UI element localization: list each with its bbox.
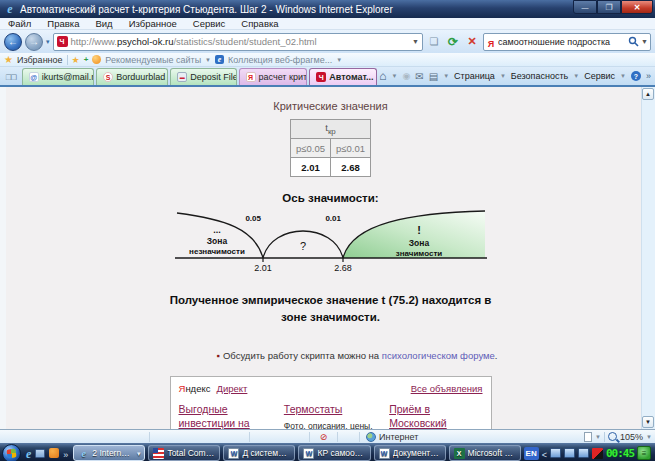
direct-link[interactable]: Директ	[216, 383, 247, 394]
value-001-cell: 2.68	[331, 158, 371, 177]
refresh-icon[interactable]	[445, 34, 461, 50]
quick-launch	[24, 444, 70, 461]
help-icon[interactable]	[631, 71, 641, 81]
favorites-star-icon[interactable]	[4, 54, 13, 65]
search-input[interactable]	[498, 37, 626, 47]
print-icon[interactable]	[429, 71, 438, 82]
depositfiles-tab-icon	[177, 72, 187, 82]
address-dropdown-icon[interactable]	[412, 38, 419, 45]
taskbar-button-total-commander[interactable]: Total Comma...	[148, 445, 220, 461]
tools-menu-button[interactable]: Сервис	[584, 71, 615, 81]
tray-chevron-icon[interactable]	[542, 444, 547, 461]
tab-active-avtomat[interactable]: Автомат...	[309, 68, 377, 85]
quicklaunch-chevron-icon[interactable]	[63, 444, 68, 461]
start-button[interactable]	[2, 444, 21, 461]
excel-icon	[454, 448, 465, 459]
tab-close-icon[interactable]	[377, 73, 378, 82]
ad-title-link[interactable]: Выгодные инвестиции на Forex!	[179, 403, 272, 429]
search-magnifier-icon[interactable]	[628, 36, 639, 47]
language-indicator[interactable]: EN	[524, 447, 539, 460]
tray-calendar-icon[interactable]	[637, 446, 651, 460]
significance-axis-title: Ось значимости:	[164, 192, 498, 204]
protected-mode-page-icon[interactable]	[584, 432, 592, 442]
search-box[interactable]	[483, 33, 651, 51]
tools-dropdown-icon[interactable]	[620, 73, 626, 79]
insignificance-dots: ...	[213, 225, 221, 235]
status-pane	[338, 432, 360, 442]
quicklaunch-ie-icon[interactable]	[26, 444, 31, 461]
back-button[interactable]	[4, 33, 22, 51]
menu-tools[interactable]: Сервис	[185, 18, 234, 29]
tab-depositfiles[interactable]: Deposit Files	[170, 68, 236, 85]
zoom-dropdown-icon[interactable]	[646, 434, 652, 440]
minimize-button[interactable]	[573, 0, 597, 14]
safety-dropdown-icon[interactable]	[573, 73, 579, 79]
rss-feed-icon[interactable]	[402, 71, 410, 81]
zoom-magnifier-icon[interactable]	[608, 432, 617, 441]
significance-axis-diagram: 0.05 0.01 ? ... Зона незначимости ! Зона…	[175, 209, 487, 273]
maximize-button[interactable]	[597, 0, 621, 14]
taskbar-button-word1[interactable]: Д система р...	[223, 445, 295, 461]
ad-title-link[interactable]: Термостаты	[284, 403, 377, 417]
popup-blocked-icon	[310, 432, 338, 442]
address-bar[interactable]: http://www.psychol-ok.ru/statistics/stud…	[53, 33, 423, 51]
menu-edit[interactable]: Правка	[39, 18, 87, 29]
tray-punto-icon[interactable]	[592, 448, 603, 459]
page-menu-button[interactable]: Страница	[454, 71, 495, 81]
status-page-dropdown-icon[interactable]	[595, 434, 601, 440]
quicklaunch-app-icon[interactable]	[49, 448, 59, 458]
taskbar-clock[interactable]: 00:45	[606, 447, 634, 460]
home-icon[interactable]	[379, 69, 386, 83]
recent-pages-dropdown-icon[interactable]	[46, 38, 50, 46]
overflow-chevron-icon[interactable]	[646, 71, 651, 81]
close-button[interactable]	[621, 0, 653, 14]
tab-mail[interactable]: ikurts@mail.r...	[22, 68, 94, 85]
tab-raschet[interactable]: расчет крит...	[239, 68, 308, 85]
zone-left-line1: Зона	[206, 236, 227, 246]
web-slices-dropdown-icon[interactable]	[336, 57, 342, 63]
quick-tabs-icon[interactable]	[2, 70, 20, 85]
taskbar-button-word3[interactable]: Документ4 ...	[374, 445, 446, 461]
forward-button[interactable]	[25, 33, 43, 51]
all-ads-link[interactable]: Все объявления	[411, 383, 483, 394]
menu-file[interactable]: Файл	[0, 18, 39, 29]
search-dropdown-icon[interactable]	[641, 38, 648, 45]
page-dropdown-icon[interactable]	[500, 73, 506, 79]
tab-borduurblad[interactable]: Borduurblad ...	[96, 68, 168, 85]
scroll-down-icon[interactable]	[642, 416, 654, 428]
tray-app-icon[interactable]	[564, 448, 575, 458]
forum-link[interactable]: психологическом форуме	[382, 350, 495, 361]
tray-app-icon[interactable]	[578, 448, 589, 458]
suggested-sites-dropdown-icon[interactable]	[205, 57, 211, 63]
safety-menu-button[interactable]: Безопасность	[511, 71, 568, 81]
scroll-up-icon[interactable]	[642, 88, 654, 100]
title-bar: Автоматический расчет t-критерия Стьюден…	[0, 0, 655, 18]
group-dropdown-icon[interactable]	[137, 448, 141, 458]
menu-help[interactable]: Справка	[233, 18, 286, 29]
vertical-scrollbar[interactable]	[641, 87, 655, 429]
favorites-label[interactable]: Избранное	[17, 55, 63, 65]
add-favorite-icon[interactable]	[72, 55, 80, 65]
menu-favorites[interactable]: Избранное	[121, 18, 185, 29]
question-mark: ?	[299, 240, 305, 252]
read-mail-icon[interactable]	[415, 71, 423, 82]
suggested-sites-label[interactable]: Рекомендуемые сайты	[105, 55, 201, 65]
forum-text: Обсудить работу скрипта можно на	[223, 350, 382, 361]
psychol-ok-tab-icon	[316, 72, 326, 82]
print-dropdown-icon[interactable]	[443, 73, 449, 79]
tray-app-icon[interactable]	[550, 448, 561, 458]
t-subscript: кр	[328, 127, 336, 136]
taskbar-button-excel[interactable]: Microsoft Ex...	[449, 445, 521, 461]
compatibility-view-icon[interactable]	[426, 34, 442, 50]
zoom-level[interactable]: 105%	[620, 432, 643, 442]
taskbar-button-word2[interactable]: КР самоотн...	[298, 445, 370, 461]
tab-label: Borduurblad ...	[116, 72, 168, 82]
taskbar-button-internet[interactable]: 2 Internet ...	[73, 445, 145, 461]
site-favicon	[57, 36, 68, 47]
web-slices-label[interactable]: Коллекция веб-фрагме...	[228, 55, 332, 65]
show-desktop-icon[interactable]	[35, 449, 45, 458]
menu-view[interactable]: Вид	[87, 18, 120, 29]
stop-icon[interactable]	[464, 34, 480, 50]
home-dropdown-icon[interactable]	[391, 73, 397, 79]
ad-title-link[interactable]: Приём в Московский институт	[389, 403, 482, 429]
